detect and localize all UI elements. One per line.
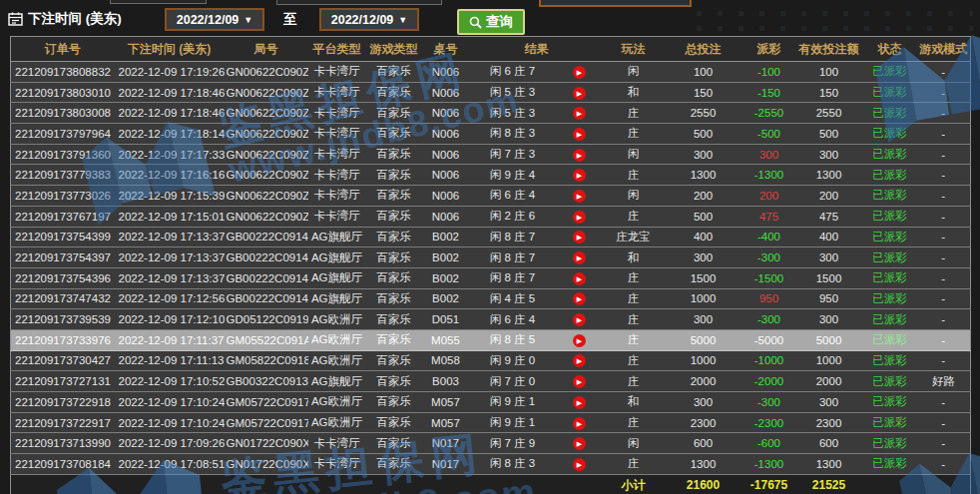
play-video-icon[interactable]: ▶ bbox=[573, 375, 586, 388]
date-from-value: 2022/12/09 bbox=[177, 13, 240, 27]
cell-play-type: 庄 bbox=[604, 165, 664, 186]
cell-replay: ▶ bbox=[556, 186, 604, 207]
table-row[interactable]: 221209173779383 2022-12-09 17:16:16 GN00… bbox=[11, 165, 971, 186]
date-from-select[interactable]: 2022/12/09 ▼ bbox=[165, 8, 264, 31]
play-video-icon[interactable]: ▶ bbox=[573, 128, 586, 141]
cell-table-no: N006 bbox=[422, 144, 470, 165]
cell-platform: 卡卡湾厅 bbox=[308, 433, 366, 454]
cell-round-id: GM05522C091AD bbox=[225, 329, 308, 350]
cell-total-bet: 600 bbox=[664, 433, 743, 454]
search-button-label: 查询 bbox=[486, 13, 513, 31]
cell-status: 已派彩 bbox=[863, 454, 917, 475]
cell-table-no: M057 bbox=[422, 392, 470, 413]
cell-order-id: 221209173722918 bbox=[11, 392, 115, 413]
cell-platform: AG欧洲厅 bbox=[308, 329, 366, 350]
play-video-icon[interactable]: ▶ bbox=[573, 313, 586, 326]
cell-game-type: 百家乐 bbox=[366, 288, 422, 309]
cell-table-no: N006 bbox=[422, 165, 470, 186]
cell-result: 闲 2 庄 6 bbox=[470, 206, 556, 227]
cell-payout: -300 bbox=[743, 309, 795, 330]
table-row[interactable]: 221209173773026 2022-12-09 17:15:39 GN00… bbox=[11, 186, 971, 207]
play-video-icon[interactable]: ▶ bbox=[573, 354, 586, 367]
cell-status: 已派彩 bbox=[863, 103, 917, 124]
table-row[interactable]: 221209173730427 2022-12-09 17:11:13 GM05… bbox=[11, 350, 971, 371]
cell-game-mode: - bbox=[917, 288, 971, 309]
play-video-icon[interactable]: ▶ bbox=[573, 396, 586, 409]
table-row[interactable]: 221209173739539 2022-12-09 17:12:10 GD05… bbox=[11, 309, 971, 330]
cell-bet-time: 2022-12-09 17:19:26 bbox=[115, 62, 225, 83]
table-row[interactable]: 221209173797964 2022-12-09 17:18:14 GN00… bbox=[11, 124, 971, 145]
cell-bet-time: 2022-12-09 17:18:14 bbox=[115, 124, 225, 145]
cell-result: 闲 7 庄 3 bbox=[470, 144, 556, 165]
table-row[interactable]: 221209173767197 2022-12-09 17:15:01 GN00… bbox=[11, 206, 971, 227]
bet-records-table: 订单号 下注时间 (美东) 局号 平台类型 游戏类型 桌号 结果 玩法 总投注 … bbox=[10, 36, 971, 494]
cell-payout: -300 bbox=[743, 247, 795, 268]
cell-replay: ▶ bbox=[556, 288, 604, 309]
table-row[interactable]: 221209173708184 2022-12-09 17:08:51 GN01… bbox=[11, 454, 971, 475]
cell-valid-bet: 300 bbox=[795, 247, 863, 268]
cell-valid-bet: 200 bbox=[795, 186, 863, 207]
cell-valid-bet: 150 bbox=[795, 82, 863, 103]
table-row[interactable]: 221209173803008 2022-12-09 17:18:46 GN00… bbox=[11, 103, 971, 124]
play-video-icon[interactable]: ▶ bbox=[573, 437, 586, 450]
cell-status: 已派彩 bbox=[863, 288, 917, 309]
cell-valid-bet: 400 bbox=[795, 227, 863, 247]
cell-platform: AG旗舰厅 bbox=[308, 247, 366, 268]
cell-status: 已派彩 bbox=[863, 227, 917, 247]
table-header-row: 订单号 下注时间 (美东) 局号 平台类型 游戏类型 桌号 结果 玩法 总投注 … bbox=[11, 37, 971, 62]
table-row[interactable]: 221209173803010 2022-12-09 17:18:46 GN00… bbox=[11, 82, 971, 103]
table-row[interactable]: 221209173722918 2022-12-09 17:10:24 GM05… bbox=[11, 392, 971, 413]
cell-platform: AG旗舰厅 bbox=[308, 267, 366, 288]
play-video-icon[interactable]: ▶ bbox=[573, 149, 586, 162]
play-video-icon[interactable]: ▶ bbox=[573, 417, 586, 430]
cell-table-no: M058 bbox=[422, 350, 470, 371]
cell-status: 已派彩 bbox=[863, 371, 917, 392]
cell-status: 已派彩 bbox=[863, 165, 917, 186]
table-row[interactable]: 221209173808832 2022-12-09 17:19:26 GN00… bbox=[11, 62, 971, 83]
cell-order-id: 221209173713990 bbox=[11, 433, 115, 454]
cell-result: 闲 6 庄 4 bbox=[470, 186, 556, 207]
table-row[interactable]: 221209173722917 2022-12-09 17:10:24 GM05… bbox=[11, 412, 971, 433]
table-row[interactable]: 221209173747432 2022-12-09 17:12:56 GB00… bbox=[11, 288, 971, 309]
cell-status: 已派彩 bbox=[863, 329, 917, 350]
cell-game-type: 百家乐 bbox=[366, 186, 422, 207]
play-video-icon[interactable]: ▶ bbox=[573, 107, 586, 120]
cell-payout: -2550 bbox=[743, 103, 795, 124]
play-video-icon[interactable]: ▶ bbox=[573, 169, 586, 182]
col-order-id: 订单号 bbox=[11, 37, 115, 62]
cell-game-mode: - bbox=[917, 267, 971, 288]
table-row[interactable]: 221209173754396 2022-12-09 17:13:37 GB00… bbox=[11, 267, 971, 288]
play-video-icon[interactable]: ▶ bbox=[573, 231, 586, 244]
cell-game-mode: 好路 bbox=[917, 371, 971, 392]
cell-result: 闲 9 庄 1 bbox=[470, 392, 556, 413]
play-video-icon[interactable]: ▶ bbox=[573, 458, 586, 471]
play-video-icon[interactable]: ▶ bbox=[573, 272, 586, 285]
play-video-icon[interactable]: ▶ bbox=[573, 190, 586, 203]
table-row[interactable]: 221209173754397 2022-12-09 17:13:37 GB00… bbox=[11, 247, 971, 268]
search-button[interactable]: 查询 bbox=[457, 9, 525, 35]
cell-replay: ▶ bbox=[556, 144, 604, 165]
cell-play-type: 和 bbox=[604, 82, 664, 103]
cell-game-mode: - bbox=[917, 247, 971, 268]
cell-game-mode: - bbox=[917, 329, 971, 350]
table-row[interactable]: 221209173727131 2022-12-09 17:10:52 GB00… bbox=[11, 371, 971, 392]
cell-total-bet: 2000 bbox=[664, 371, 743, 392]
cell-platform: 卡卡湾厅 bbox=[308, 454, 366, 475]
cell-platform: AG欧洲厅 bbox=[308, 309, 366, 330]
date-to-select[interactable]: 2022/12/09 ▼ bbox=[319, 8, 419, 31]
play-video-icon[interactable]: ▶ bbox=[573, 211, 586, 224]
play-video-icon[interactable]: ▶ bbox=[573, 66, 586, 79]
table-row[interactable]: 221209173754399 2022-12-09 17:13:37 GB00… bbox=[11, 227, 971, 247]
table-row[interactable]: 221209173791360 2022-12-09 17:17:33 GN00… bbox=[11, 144, 971, 165]
cell-round-id: GB00222C09141 bbox=[225, 247, 308, 268]
play-video-icon[interactable]: ▶ bbox=[573, 292, 586, 305]
cell-game-mode: - bbox=[917, 124, 971, 145]
table-row[interactable]: 221209173713990 2022-12-09 17:09:26 GN01… bbox=[11, 433, 971, 454]
play-video-icon[interactable]: ▶ bbox=[573, 87, 586, 100]
table-row[interactable]: 221209173733976 2022-12-09 17:11:37 GM05… bbox=[11, 329, 971, 350]
cell-table-no: B002 bbox=[422, 288, 470, 309]
cell-round-id: GN00622C090ZO bbox=[225, 124, 308, 145]
play-video-icon[interactable]: ▶ bbox=[573, 251, 586, 264]
play-video-icon[interactable]: ▶ bbox=[573, 334, 586, 347]
cell-bet-time: 2022-12-09 17:09:26 bbox=[115, 433, 225, 454]
